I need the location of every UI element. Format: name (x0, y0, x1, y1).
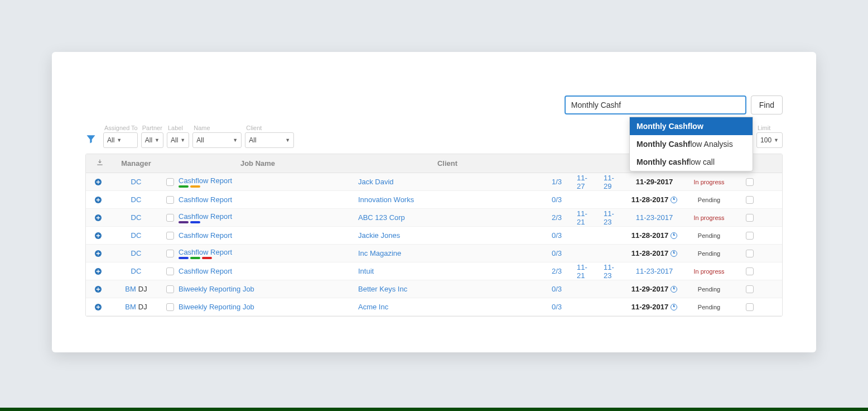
in-cell[interactable]: 11-27 (572, 174, 599, 190)
row-select-checkbox[interactable] (746, 303, 754, 311)
filter-select-assigned-to[interactable]: All▼ (103, 132, 138, 148)
tasks-cell[interactable]: 0/3 (541, 195, 572, 204)
client-link[interactable]: Jack David (358, 178, 394, 186)
clock-icon (671, 197, 677, 203)
tasks-cell[interactable]: 0/3 (541, 249, 572, 257)
manager-link[interactable]: DC (131, 231, 142, 240)
plus-circle-icon[interactable] (94, 249, 103, 258)
due-cell[interactable]: 11-23-2017 (626, 213, 683, 222)
job-link[interactable]: Cashflow Report (179, 212, 232, 221)
out-cell[interactable]: 11-29 (599, 174, 626, 190)
due-cell: 11-29-2017 (626, 178, 683, 186)
client-link[interactable]: Intuit (358, 267, 374, 275)
expand-cell (86, 231, 110, 240)
plus-circle-icon[interactable] (94, 195, 103, 204)
tag-blue (179, 257, 189, 259)
table-row: DCCashflow ReportInnovation Works0/311-2… (86, 191, 782, 209)
tasks-cell[interactable]: 1/3 (541, 178, 572, 186)
plus-circle-icon[interactable] (94, 213, 103, 222)
row-checkbox[interactable] (166, 232, 174, 240)
filter-select-limit[interactable]: 100▼ (756, 132, 783, 148)
client-link[interactable]: Jackie Jones (358, 231, 400, 240)
filter-select-partner[interactable]: All▼ (141, 132, 163, 148)
row-checkbox[interactable] (166, 214, 174, 222)
due-cell: 11-28-2017 (626, 231, 683, 240)
row-select-checkbox[interactable] (746, 232, 754, 240)
due-cell: 11-29-2017 (626, 303, 683, 311)
row-checkbox[interactable] (166, 196, 174, 204)
autocomplete-item[interactable]: Monthly cashflow call (630, 153, 753, 171)
job-tags (179, 221, 232, 223)
filter-select-client[interactable]: All▼ (245, 132, 294, 148)
tasks-cell[interactable]: 2/3 (541, 267, 572, 275)
row-checkbox[interactable] (166, 178, 174, 186)
job-link[interactable]: Cashflow Report (179, 248, 232, 256)
plus-circle-icon[interactable] (94, 231, 103, 240)
in-cell[interactable]: 11-21 (572, 209, 599, 226)
tasks-cell[interactable]: 0/3 (541, 285, 572, 293)
client-cell: Intuit (354, 267, 541, 275)
plus-circle-icon[interactable] (94, 285, 103, 294)
row-checkbox[interactable] (166, 267, 174, 275)
expand-cell (86, 249, 110, 258)
job-link[interactable]: Cashflow Report (179, 231, 232, 240)
jobs-card: Find Monthly CashflowMonthly Cashflow An… (52, 52, 816, 352)
filter-select-label[interactable]: All▼ (167, 132, 189, 148)
tasks-cell[interactable]: 0/3 (541, 303, 572, 311)
row-select-checkbox[interactable] (746, 285, 754, 293)
manager-link[interactable]: DC (131, 249, 142, 257)
plus-circle-icon[interactable] (94, 178, 103, 187)
job-link[interactable]: Cashflow Report (179, 195, 232, 204)
job-link[interactable]: Cashflow Report (179, 176, 232, 185)
filter-select-name[interactable]: All▼ (192, 132, 242, 148)
client-cell: Innovation Works (354, 195, 541, 204)
job-link[interactable]: Cashflow Report (179, 267, 232, 275)
manager-link[interactable]: DC (131, 195, 142, 204)
row-select-cell (735, 214, 764, 222)
row-select-checkbox[interactable] (746, 214, 754, 222)
out-cell[interactable]: 11-23 (599, 209, 626, 226)
find-button[interactable]: Find (751, 95, 783, 114)
row-select-checkbox[interactable] (746, 196, 754, 204)
jobs-table: Manager Job Name Client Status DCCashflo… (85, 154, 783, 317)
manager-cell: DC (110, 195, 162, 204)
job-link[interactable]: Biweekly Reporting Job (179, 285, 254, 293)
tasks-cell[interactable]: 0/3 (541, 231, 572, 240)
filter-label: Label All▼ (167, 125, 189, 148)
client-cell: Inc Magazine (354, 249, 541, 257)
client-link[interactable]: Innovation Works (358, 195, 414, 204)
client-link[interactable]: Inc Magazine (358, 249, 401, 257)
client-link[interactable]: Better Keys Inc (358, 285, 407, 293)
manager-link[interactable]: BM (125, 285, 136, 293)
row-select-checkbox[interactable] (746, 178, 754, 186)
in-cell[interactable]: 11-21 (572, 263, 599, 280)
row-select-checkbox[interactable] (746, 250, 754, 257)
job-link[interactable]: Biweekly Reporting Job (179, 303, 254, 311)
client-link[interactable]: ABC 123 Corp (358, 213, 405, 222)
manager-link[interactable]: DC (131, 267, 142, 275)
status-cell: In progress (683, 179, 735, 185)
plus-circle-icon[interactable] (94, 303, 103, 312)
search-input[interactable] (565, 95, 746, 114)
expand-cell (86, 267, 110, 276)
job-tags (179, 185, 232, 188)
clock-icon (671, 232, 677, 239)
due-cell[interactable]: 11-23-2017 (626, 267, 683, 275)
download-icon[interactable] (96, 159, 104, 166)
manager-link[interactable]: DC (131, 178, 142, 186)
table-row: BM DJBiweekly Reporting JobBetter Keys I… (86, 280, 782, 298)
row-checkbox[interactable] (166, 285, 174, 293)
out-cell[interactable]: 11-23 (599, 263, 626, 280)
row-checkbox[interactable] (166, 250, 174, 257)
manager-link[interactable]: DC (131, 213, 142, 222)
autocomplete-item[interactable]: Monthly Cashflow (630, 117, 753, 135)
client-cell: Jack David (354, 178, 541, 186)
plus-circle-icon[interactable] (94, 267, 103, 276)
row-checkbox[interactable] (166, 303, 174, 311)
row-select-checkbox[interactable] (746, 267, 754, 275)
filter-icon (85, 133, 97, 145)
tasks-cell[interactable]: 2/3 (541, 213, 572, 222)
manager-link[interactable]: BM (125, 303, 136, 311)
client-link[interactable]: Acme Inc (358, 303, 388, 311)
autocomplete-item[interactable]: Monthly Cashflow Analysis (630, 135, 753, 153)
